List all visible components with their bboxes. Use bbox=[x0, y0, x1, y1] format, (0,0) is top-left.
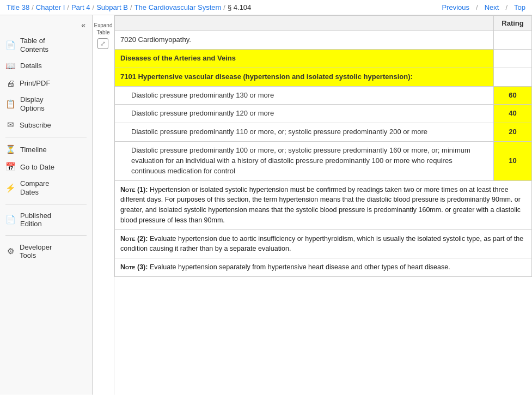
sidebar-item-compare[interactable]: ⚡ CompareDates bbox=[0, 176, 92, 200]
expand-text: ExpandTable bbox=[94, 22, 113, 36]
details-icon: 📖 bbox=[5, 61, 16, 71]
note-row: Note (2): Evaluate hypertension due to a… bbox=[115, 229, 532, 258]
table-row: Diastolic pressure predominantly 120 or … bbox=[115, 105, 494, 123]
breadcrumb-section: § 4.104 bbox=[228, 3, 251, 11]
top-link[interactable]: Top bbox=[514, 3, 525, 11]
sidebar-item-details-label: Details bbox=[20, 62, 42, 70]
breadcrumb: Title 38 / Chapter I / Part 4 / Subpart … bbox=[7, 3, 251, 11]
breadcrumb-title38[interactable]: Title 38 bbox=[7, 3, 29, 11]
sidebar-item-subscribe-label: Subscribe bbox=[20, 121, 51, 130]
sidebar-item-devtools-label: DeveloperTools bbox=[20, 243, 52, 260]
next-link[interactable]: Next bbox=[485, 3, 499, 11]
published-icon: 📄 bbox=[5, 215, 16, 225]
table-row: Diastolic pressure predominantly 100 or … bbox=[115, 142, 494, 181]
devtools-icon: ⚙ bbox=[5, 246, 15, 256]
note-label: Note (3): bbox=[120, 263, 148, 271]
rating-cell: 40 bbox=[494, 105, 532, 123]
sidebar-item-published-label: PublishedEdition bbox=[20, 211, 51, 228]
col-header-text bbox=[115, 16, 494, 31]
compare-icon: ⚡ bbox=[5, 183, 16, 193]
sidebar-item-gotodate-label: Go to Date bbox=[20, 163, 54, 172]
rating-cell bbox=[494, 68, 532, 86]
sidebar-item-gotodate[interactable]: 📅 Go to Date bbox=[0, 158, 92, 176]
table-row: Diastolic pressure predominantly 130 or … bbox=[115, 86, 494, 105]
sidebar-item-print-label: Print/PDF bbox=[20, 79, 50, 88]
sidebar-item-toc-label: Table ofContents bbox=[20, 37, 48, 53]
previous-link[interactable]: Previous bbox=[442, 3, 469, 11]
rating-cell bbox=[494, 49, 532, 68]
sidebar-item-display[interactable]: 📋 DisplayOptions bbox=[0, 92, 92, 116]
divider-3 bbox=[5, 235, 87, 236]
table-row: Diastolic pressure predominantly 110 or … bbox=[115, 123, 494, 142]
timeline-icon: ⏳ bbox=[5, 144, 16, 154]
main-layout: « 📄 Table ofContents 📖 Details 🖨 Print/P… bbox=[0, 15, 532, 395]
divider-1 bbox=[5, 137, 87, 137]
expand-panel: ExpandTable ⤢ bbox=[93, 15, 114, 395]
rating-cell: 60 bbox=[494, 86, 532, 105]
sidebar: « 📄 Table ofContents 📖 Details 🖨 Print/P… bbox=[0, 15, 93, 395]
sidebar-item-compare-label: CompareDates bbox=[20, 179, 49, 196]
gotodate-icon: 📅 bbox=[5, 162, 16, 172]
sidebar-item-timeline-label: Timeline bbox=[20, 146, 47, 154]
sidebar-item-toc[interactable]: 📄 Table ofContents bbox=[0, 33, 92, 57]
sidebar-item-devtools[interactable]: ⚙ DeveloperTools bbox=[0, 239, 92, 264]
sidebar-item-display-label: DisplayOptions bbox=[20, 95, 45, 112]
table-row: 7101 Hypertensive vascular disease (hype… bbox=[115, 68, 494, 86]
subscribe-icon: ✉ bbox=[5, 120, 15, 130]
sidebar-item-timeline[interactable]: ⏳ Timeline bbox=[0, 141, 92, 158]
rating-cell: 10 bbox=[494, 142, 532, 181]
rating-cell: 20 bbox=[494, 123, 532, 142]
expand-table-button[interactable]: ExpandTable ⤢ bbox=[94, 22, 113, 49]
nav-links: Previous / Next / Top bbox=[442, 3, 525, 11]
note-row: Note (3): Evaluate hypertension separate… bbox=[115, 258, 532, 277]
note-row: Note (1): Hypertension or isolated systo… bbox=[115, 180, 532, 229]
table-row: 7020 Cardiomyopathy. bbox=[115, 31, 494, 50]
display-icon: 📋 bbox=[5, 99, 16, 109]
breadcrumb-chapter1[interactable]: Chapter I bbox=[36, 3, 65, 11]
toc-icon: 📄 bbox=[5, 40, 16, 50]
content-area: Rating 7020 Cardiomyopathy.Diseases of t… bbox=[114, 15, 532, 395]
sidebar-item-subscribe[interactable]: ✉ Subscribe bbox=[0, 116, 92, 134]
sidebar-item-details[interactable]: 📖 Details bbox=[0, 57, 92, 75]
divider-2 bbox=[5, 204, 87, 204]
table-row: Diseases of the Arteries and Veins bbox=[115, 49, 494, 68]
note-label: Note (2): bbox=[120, 235, 148, 243]
sidebar-item-print[interactable]: 🖨 Print/PDF bbox=[0, 75, 92, 92]
breadcrumb-subpartb[interactable]: Subpart B bbox=[96, 3, 128, 11]
breadcrumb-part4[interactable]: Part 4 bbox=[71, 3, 90, 11]
expand-icon: ⤢ bbox=[97, 38, 108, 49]
rating-cell bbox=[494, 31, 532, 50]
note-label: Note (1): bbox=[120, 186, 148, 194]
sidebar-collapse-button[interactable]: « bbox=[79, 20, 88, 31]
sidebar-item-published[interactable]: 📄 PublishedEdition bbox=[0, 208, 92, 232]
regulation-table: Rating 7020 Cardiomyopathy.Diseases of t… bbox=[114, 15, 532, 277]
print-icon: 🖨 bbox=[5, 78, 15, 88]
col-header-rating: Rating bbox=[494, 16, 532, 31]
breadcrumb-cardio[interactable]: The Cardiovascular System bbox=[134, 3, 222, 11]
top-nav: Title 38 / Chapter I / Part 4 / Subpart … bbox=[0, 0, 532, 15]
